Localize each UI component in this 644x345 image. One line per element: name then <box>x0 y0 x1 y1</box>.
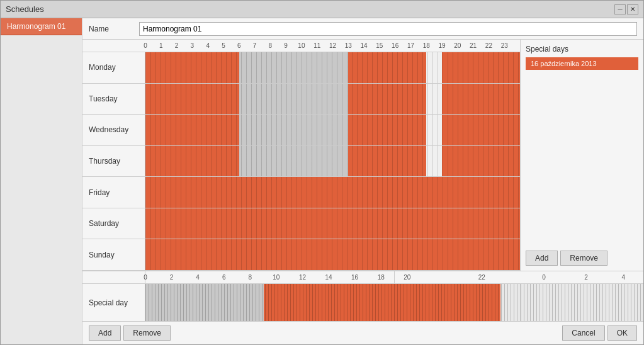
cancel-button[interactable]: Cancel <box>562 325 604 341</box>
day-row-wednesday: Wednesday <box>82 115 520 146</box>
hour-19: 19 <box>438 42 445 49</box>
day-row-sunday: Sunday <box>82 239 520 271</box>
hour-20: 20 <box>454 42 461 49</box>
days-grid: 0 1 2 3 4 5 6 7 8 9 10 11 12 <box>82 40 520 271</box>
hour-17: 17 <box>407 42 414 49</box>
special-day-row: Special day <box>82 284 643 322</box>
hour-10: 10 <box>298 42 305 49</box>
day-label-col-header <box>82 40 145 52</box>
bottom-add-button[interactable]: Add <box>89 325 121 341</box>
special-days-add-button[interactable]: Add <box>526 251 558 266</box>
hour-3: 3 <box>191 42 195 49</box>
hour-1: 1 <box>159 42 163 49</box>
hour-12: 12 <box>329 42 336 49</box>
bottom-hour-ticks-right: 20 22 0 2 4 <box>394 271 643 283</box>
schedule-area: 0 1 2 3 4 5 6 7 8 9 10 11 12 <box>82 40 643 271</box>
day-row-thursday: Thursday <box>82 146 520 178</box>
title-bar: Schedules ─ ✕ <box>1 1 643 18</box>
ok-button[interactable]: OK <box>607 325 637 341</box>
hour-14: 14 <box>361 42 368 49</box>
bottom-remove-button[interactable]: Remove <box>123 325 171 341</box>
day-row-saturday: Saturday <box>82 208 520 240</box>
special-day-item-0[interactable]: 16 października 2013 <box>526 57 638 70</box>
hour-18: 18 <box>423 42 430 49</box>
sidebar: Harmonogram 01 <box>1 18 82 344</box>
day-schedule-monday[interactable] <box>145 52 520 83</box>
hour-7: 7 <box>253 42 257 49</box>
day-name-tuesday: Tuesday <box>82 84 145 115</box>
right-buttons: Cancel OK <box>562 325 637 341</box>
special-day-schedule-right <box>520 284 643 321</box>
left-buttons: Add Remove <box>89 325 171 341</box>
day-schedule-wednesday[interactable] <box>145 115 520 145</box>
day-row-friday: Friday <box>82 177 520 208</box>
close-button[interactable]: ✕ <box>627 4 638 14</box>
hour-ticks: 0 1 2 3 4 5 6 7 8 9 10 11 12 <box>145 40 520 52</box>
day-name-thursday: Thursday <box>82 146 145 177</box>
name-label: Name <box>89 25 139 33</box>
special-day-label: Special day <box>82 284 145 321</box>
day-schedule-tuesday[interactable] <box>145 84 520 115</box>
main-content: Harmonogram 01 Name 0 1 <box>1 18 643 344</box>
day-name-saturday: Saturday <box>82 208 145 239</box>
hour-0: 0 <box>144 42 147 49</box>
hour-11: 11 <box>314 42 320 49</box>
day-schedule-thursday[interactable] <box>145 146 520 177</box>
day-name-monday: Monday <box>82 52 145 83</box>
special-days-buttons: Add Remove <box>526 246 638 266</box>
day-schedule-friday[interactable] <box>145 177 520 208</box>
special-days-title: Special days <box>526 45 638 54</box>
hour-9: 9 <box>284 42 288 49</box>
name-input[interactable] <box>139 22 637 36</box>
hour-22: 22 <box>485 42 492 49</box>
hour-21: 21 <box>470 42 477 49</box>
day-schedule-saturday[interactable] <box>145 208 520 239</box>
day-name-sunday: Sunday <box>82 239 145 270</box>
minimize-button[interactable]: ─ <box>614 4 626 14</box>
schedules-window: Schedules ─ ✕ Harmonogram 01 Name <box>0 0 644 345</box>
special-days-remove-button[interactable]: Remove <box>560 251 607 266</box>
bottom-hour-header: 0 2 4 6 8 10 12 14 16 18 20 22 0 <box>82 271 643 284</box>
bottom-actions: Add Remove Cancel OK <box>82 322 643 344</box>
window-title: Schedules <box>6 4 44 14</box>
special-day-schedule[interactable] <box>145 284 520 321</box>
bottom-area: 0 2 4 6 8 10 12 14 16 18 20 22 0 <box>82 271 643 344</box>
day-row-tuesday: Tuesday <box>82 84 520 115</box>
special-days-panel: Special days 16 października 2013 Add Re… <box>520 40 643 271</box>
bottom-hour-ticks-left: 0 2 4 6 8 10 12 14 16 18 <box>145 271 394 283</box>
hour-16: 16 <box>392 42 398 49</box>
hour-5: 5 <box>222 42 225 49</box>
title-bar-buttons: ─ ✕ <box>614 4 638 14</box>
hour-6: 6 <box>237 42 241 49</box>
day-name-wednesday: Wednesday <box>82 115 145 145</box>
main-area: Name 0 1 2 3 4 <box>82 18 643 344</box>
hour-4: 4 <box>206 42 210 49</box>
hour-15: 15 <box>376 42 383 49</box>
hour-23: 23 <box>501 42 508 49</box>
day-name-friday: Friday <box>82 177 145 208</box>
sidebar-item-harmonogram01[interactable]: Harmonogram 01 <box>1 18 82 35</box>
days-rows: Monday Tuesday <box>82 52 520 271</box>
hour-13: 13 <box>345 42 352 49</box>
hour-2: 2 <box>175 42 179 49</box>
name-row: Name <box>82 18 643 40</box>
day-row-monday: Monday <box>82 52 520 84</box>
hour-header: 0 1 2 3 4 5 6 7 8 9 10 11 12 <box>82 40 520 52</box>
hour-8: 8 <box>269 42 273 49</box>
day-schedule-sunday[interactable] <box>145 239 520 270</box>
